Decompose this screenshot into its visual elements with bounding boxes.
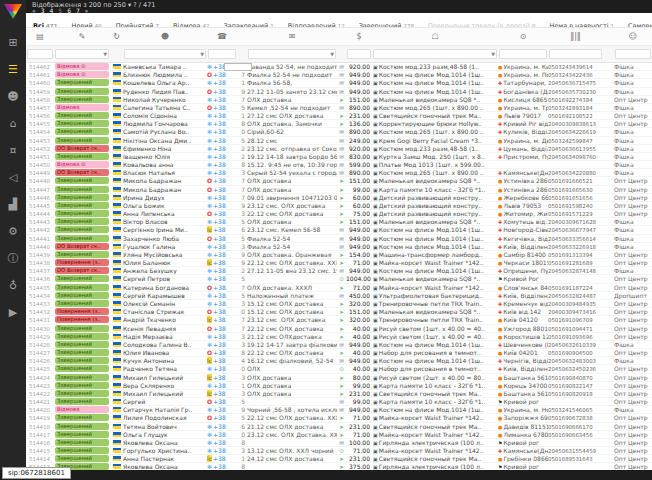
status-badge[interactable]: Завершений [55, 186, 109, 193]
status-badge[interactable]: Відмова [55, 104, 109, 111]
phone-cell[interactable]: O+38 [207, 308, 237, 315]
status-badge[interactable]: Завершений [55, 349, 109, 356]
address-cell[interactable]: ●Давидів 81151 [498, 423, 548, 430]
table-row[interactable]: 514430 Завершений Ксенія Левадняя O+38 7… [26, 325, 652, 333]
refresh-icon[interactable]: ↻ [110, 32, 123, 41]
table-row[interactable]: 514454 Завершений Самотій Руслана Во.. ✻… [26, 128, 652, 136]
product-cell[interactable]: ▣Маленькая видеокамера SQ8 *.. [372, 275, 498, 282]
address-cell[interactable]: ✚Київ від.142 [498, 308, 548, 315]
tracking-number[interactable]: 0501691187224 [548, 284, 603, 291]
product-cell[interactable]: ▣Корректирующие брюки Hollyw.. [372, 120, 498, 127]
table-row[interactable]: 514426 Завершений Кучук Антонина lc+38 4… [26, 357, 652, 365]
app-logo-icon[interactable] [4, 4, 22, 19]
customer-name[interactable]: Катерина Богданова [123, 284, 207, 291]
comment-cell[interactable]: ОЛХ доставка [247, 374, 337, 381]
customer-name[interactable]: Андрій Ткаченко [123, 316, 207, 323]
customer-name[interactable]: Гуцалюк Галина [123, 243, 207, 250]
tab-Прийнятий[interactable]: Прийнятий7 [109, 20, 166, 28]
tracking-number[interactable]: 20450634220880 [548, 169, 603, 176]
phone-cell[interactable]: lc+38 [207, 357, 237, 364]
phone-cell[interactable]: ✻+38 [207, 128, 237, 135]
phone-cell[interactable]: ✻+38 [207, 292, 237, 299]
status-badge[interactable]: Відмова ⊙ [55, 71, 109, 78]
edit-icon[interactable]: ✎ [54, 32, 110, 41]
status-badge[interactable]: Завершений [55, 284, 109, 291]
filter-input[interactable] [27, 49, 53, 59]
address-cell[interactable]: ✚Татарбунари, Ві.. [498, 79, 548, 86]
status-badge[interactable]: Завершений [55, 96, 109, 103]
phone-cell[interactable]: ✻+38 [207, 161, 237, 168]
status-badge[interactable]: Завершений [55, 439, 109, 446]
address-cell[interactable] [498, 161, 548, 168]
filter-input[interactable]: ▼ [124, 49, 206, 59]
table-row[interactable]: 514421 Завершений Сергей O+38 5 ✉ 99.00 … [26, 398, 652, 406]
table-row[interactable]: 514440 DO Возврат ск.. Гуцалюк Галина ✻+… [26, 243, 652, 251]
settings-icon[interactable]: ⚙ [0, 218, 26, 245]
status-badge[interactable]: Завершений [55, 333, 109, 340]
table-row[interactable]: 514458 Завершений Николай Кучеренко ✻+38… [26, 96, 652, 104]
status-badge[interactable]: Завершений [55, 292, 109, 299]
comment-cell[interactable]: ОЛХ доставка. Замочки [247, 120, 337, 127]
pager-first-button[interactable]: « [32, 7, 37, 14]
tracking-number[interactable]: 20400309838613 [548, 120, 603, 127]
customer-name[interactable]: Каневська Тамара .. [123, 63, 207, 70]
address-cell[interactable]: ●Украина, м. Но.. [498, 406, 548, 413]
comment-cell[interactable]: Чорний ,56-58 , хотела исключ.. [247, 406, 337, 413]
table-row[interactable]: 514432 Повернення (з.. Станіслав Стрижак… [26, 308, 652, 316]
table-row[interactable]: 514420 Відмова Ситарчук Наталія Гр.. ✻+3… [26, 406, 652, 414]
address-cell[interactable]: ●Кислиця 68655 [498, 96, 548, 103]
status-badge[interactable]: Відмова ⊙ [55, 161, 109, 168]
contact-card-icon[interactable]: ▤ [26, 32, 54, 41]
comment-cell[interactable]: 27.12 смс ОЛХ доставка [247, 112, 337, 119]
product-cell[interactable]: ▣Куртка Замш Мод. 250 (1шт. x 8.. [372, 153, 498, 160]
product-cell[interactable]: ▣Маленькая видеокамера SQ8 *.. [372, 218, 498, 225]
customer-name[interactable]: Ковальова анна [123, 161, 207, 168]
comment-cell[interactable]: 19.12 14-17 завтра фіалковий,.. [247, 341, 337, 348]
status-badge[interactable]: Завершений [55, 153, 109, 160]
address-cell[interactable]: ✚Київ, Відділенн.. [498, 292, 548, 299]
filter-input[interactable] [208, 49, 236, 59]
customer-name[interactable]: Анна Липенська [123, 210, 207, 217]
product-cell[interactable]: ▣Костюм на флисе Мод.1014 (1ш.. [372, 235, 498, 242]
status-badge[interactable]: Завершений [55, 357, 109, 364]
comment-cell[interactable]: Лаванда 52-54, не подходит [247, 63, 337, 70]
phone-cell[interactable]: O+38 [207, 349, 237, 356]
customer-name[interactable]: Тетяна Войтович [123, 423, 207, 430]
customer-name[interactable]: Юлия Баланюк [123, 259, 207, 266]
address-cell[interactable]: ✚Камянське(Дні.. [498, 447, 548, 454]
table-row[interactable]: 514424 Завершений Михаил Гилецький lc+38… [26, 374, 652, 382]
phone-cell[interactable]: ✻+38 [207, 423, 237, 430]
dashboard-icon[interactable]: ⊞ [0, 29, 26, 56]
comment-cell[interactable]: ОЛХ доставка [247, 218, 337, 225]
tracking-number[interactable]: 0501690904500 [548, 349, 603, 356]
tracking-number[interactable]: 20450632483003 [548, 357, 603, 364]
customer-name[interactable]: Михаил Гилецький [123, 374, 207, 381]
status-badge[interactable]: DO Возврат ск.. [55, 169, 109, 176]
phone-cell[interactable]: ✻+38 [207, 145, 237, 152]
address-cell[interactable]: ●Баштанка 56101 [498, 374, 548, 381]
phone-cell[interactable]: O+38 [207, 414, 237, 421]
phone-cell[interactable]: ✻+38 [207, 275, 237, 282]
comment-cell[interactable]: 15.12. 9:45 не отв, 10:39 горе в.. [247, 161, 337, 168]
tab-Запакований[interactable]: Запакований1 [217, 20, 281, 28]
tracking-number[interactable]: 0501692274384 [548, 96, 603, 103]
comment-cell[interactable]: 24.12 смс ОЛХ доставка [247, 455, 337, 462]
address-cell[interactable]: ●Устинівка 28600 [498, 177, 548, 184]
tab-Повернення товару (в дорозі)[interactable]: Повернення товару (в дорозі)0 [421, 20, 542, 28]
phone-cell[interactable]: O+38 [207, 177, 237, 184]
customer-name[interactable]: Станіслав Стрижак [123, 308, 207, 315]
tracking-number[interactable]: 0501691313394 [548, 251, 603, 258]
product-cell[interactable]: ▣Костюм на флисе Мод.1014 (1ш.. [372, 79, 498, 86]
tab-Завершений[interactable]: Завершений278 [352, 20, 421, 28]
phone-cell[interactable]: lc+38 [207, 455, 237, 462]
status-badge[interactable]: Завершений [55, 251, 109, 258]
customer-name[interactable]: Руденко Лидия Пав.. [123, 88, 207, 95]
status-badge[interactable]: Завершений [55, 390, 109, 397]
address-cell[interactable]: ⚑Кривой Рог [498, 275, 548, 282]
person-icon[interactable]: ☺ [614, 32, 652, 41]
product-cell[interactable]: ▣Крем Gogi Berry Facial Cream *3.. [372, 137, 498, 144]
customer-name[interactable]: Сергієнко Ірина Ми.. [123, 226, 207, 233]
table-row[interactable]: 514418 Завершений Тетяна Войтович ✻+38 6… [26, 423, 652, 431]
status-badge[interactable]: Завершений [55, 447, 109, 454]
table-row[interactable]: 514428 Завершений Солодкова Галина В.. ✻… [26, 341, 652, 349]
